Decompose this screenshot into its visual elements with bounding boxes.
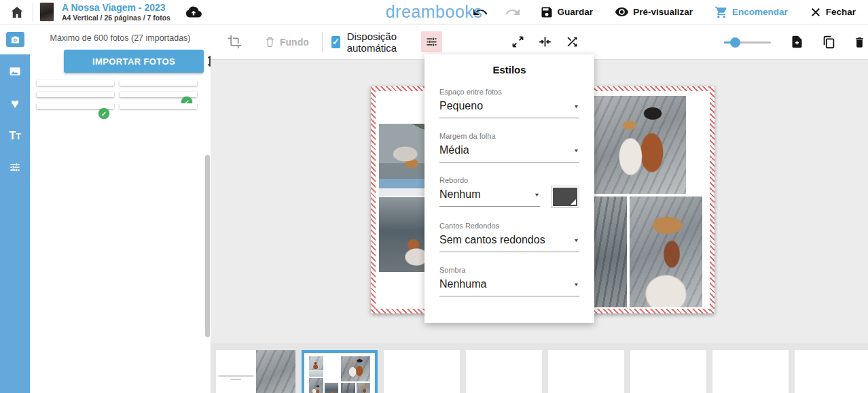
mini-right-page [341, 356, 370, 393]
style-field-select[interactable]: Nenhum ▼ [439, 188, 540, 207]
page-filmstrip [211, 343, 868, 393]
layout-styles-button[interactable] [421, 31, 442, 52]
library-photo[interactable] [37, 92, 114, 97]
swatch-fold-corner [571, 199, 576, 205]
compress-horizontal-button[interactable] [536, 33, 554, 51]
rail-tab-favorites[interactable]: ♥ [0, 88, 30, 118]
library-photo[interactable]: ✓ [120, 92, 197, 97]
style-field-select[interactable]: Média ▼ [439, 144, 579, 163]
spread-mini-collage [309, 356, 370, 393]
photos-panel: Máximo de 600 fotos (27 importadas) IMPO… [30, 24, 211, 393]
crop-button[interactable] [225, 33, 244, 51]
trash-icon [264, 35, 276, 48]
style-field-select[interactable]: Sem cantos redondos ▼ [439, 234, 579, 252]
app-logo: dreambooks [386, 1, 483, 21]
library-photo[interactable]: ✓ [37, 103, 114, 109]
left-rail: ♥ TT [0, 24, 30, 393]
rail-tab-layout-styles[interactable] [0, 152, 30, 182]
styles-popover: Estilos Espaço entre fotos Pequeno ▼ Mar… [424, 54, 594, 323]
close-icon [810, 6, 822, 18]
page-thumbnail[interactable] [630, 350, 706, 393]
style-field-value: Nenhum [439, 188, 530, 201]
home-button[interactable] [8, 3, 26, 21]
project-meta: A Nossa Viagem - 2023 A4 Vertical / 26 p… [62, 2, 170, 21]
duplicate-page-button[interactable] [819, 33, 838, 52]
page-thumbnail[interactable] [216, 350, 295, 393]
mini-left-page [309, 356, 338, 393]
mini-photo [341, 383, 355, 393]
border-color-swatch[interactable] [551, 186, 579, 208]
style-field: Sombra Nenhuma ▼ [439, 266, 579, 296]
compress-horizontal-icon [538, 35, 552, 49]
style-field: Cantos Redondos Sem cantos redondos ▼ [439, 222, 579, 252]
text-icon: TT [9, 130, 21, 141]
add-page-button[interactable] [788, 33, 806, 51]
add-page-icon [790, 35, 804, 49]
style-field-label: Sombra [439, 266, 579, 274]
mini-photo [309, 378, 323, 393]
photo-limit-text: Máximo de 600 fotos (27 importadas) [30, 33, 211, 43]
project-title: A Nossa Viagem - 2023 [62, 2, 170, 13]
rail-tab-photos[interactable] [0, 56, 30, 86]
spread-photo[interactable] [594, 196, 627, 307]
sort-icon [205, 53, 211, 69]
heart-icon: ♥ [11, 97, 19, 110]
style-field-select[interactable]: Pequeno ▼ [439, 100, 579, 118]
redo-icon [505, 4, 521, 20]
preview-button[interactable]: Pré-visualizar [611, 4, 697, 20]
close-button[interactable]: Fechar [806, 5, 860, 19]
expand-photos-button[interactable] [509, 33, 527, 51]
page-thumbnail[interactable] [712, 350, 789, 393]
divider [33, 3, 33, 21]
page-thumbnail[interactable] [795, 350, 868, 393]
trash-icon [853, 35, 866, 49]
background-label: Fundo [280, 37, 309, 48]
chevron-down-icon: ▼ [534, 192, 540, 198]
layout-tools [509, 33, 581, 51]
delete-page-button[interactable] [851, 33, 868, 51]
spread-photo[interactable] [594, 96, 686, 194]
spread-photo[interactable] [630, 196, 702, 307]
import-row: IMPORTAR FOTOS [39, 50, 206, 73]
library-photo[interactable] [37, 80, 114, 86]
close-label: Fechar [826, 7, 856, 17]
style-fields: Espaço entre fotos Pequeno ▼ Margem da f… [439, 88, 579, 296]
popover-title: Estilos [439, 64, 579, 75]
page-thumbnail[interactable] [384, 350, 460, 393]
zoom-slider[interactable] [724, 37, 771, 47]
mini-photo [309, 356, 323, 377]
style-field-main: Cantos Redondos Sem cantos redondos ▼ [439, 222, 579, 252]
style-field-select[interactable]: Nenhuma ▼ [439, 278, 579, 296]
import-photos-button[interactable]: IMPORTAR FOTOS [64, 50, 204, 73]
shuffle-layout-button[interactable] [563, 33, 581, 51]
preview-label: Pré-visualizar [633, 7, 693, 17]
top-bar: A Nossa Viagem - 2023 A4 Vertical / 26 p… [0, 0, 868, 24]
sort-photos-button[interactable] [204, 52, 211, 71]
background-button[interactable]: Fundo [261, 33, 311, 50]
rail-tab-camera[interactable] [0, 24, 30, 54]
panel-scrollbar-thumb[interactable] [205, 155, 210, 337]
save-button[interactable]: Guardar [536, 5, 598, 20]
chevron-down-icon: ▼ [573, 281, 579, 288]
library-photo[interactable] [120, 103, 197, 109]
chevron-down-icon: ▼ [573, 103, 579, 109]
auto-layout-checkbox[interactable]: ✓ [331, 36, 340, 48]
page-thumbnail[interactable] [548, 350, 624, 393]
page-thumbnail[interactable] [466, 350, 542, 393]
bleed-margin [371, 86, 376, 313]
save-icon [540, 5, 554, 19]
rail-tab-text[interactable]: TT [0, 120, 30, 150]
page-thumbnail[interactable] [302, 350, 378, 393]
slider-thumb[interactable] [730, 37, 740, 48]
cover-left-half [216, 350, 256, 393]
photo-column-2: ✓ [120, 80, 197, 109]
style-field: Rebordo Nenhum ▼ [439, 176, 579, 208]
eye-icon [615, 5, 629, 19]
copy-icon [821, 35, 836, 50]
library-photo[interactable] [120, 80, 197, 86]
chevron-down-icon: ▼ [573, 148, 579, 154]
order-button[interactable]: Encomendar [710, 5, 792, 20]
redo-button[interactable] [503, 3, 522, 22]
mini-photo [325, 356, 339, 381]
mini-photo [357, 383, 371, 393]
